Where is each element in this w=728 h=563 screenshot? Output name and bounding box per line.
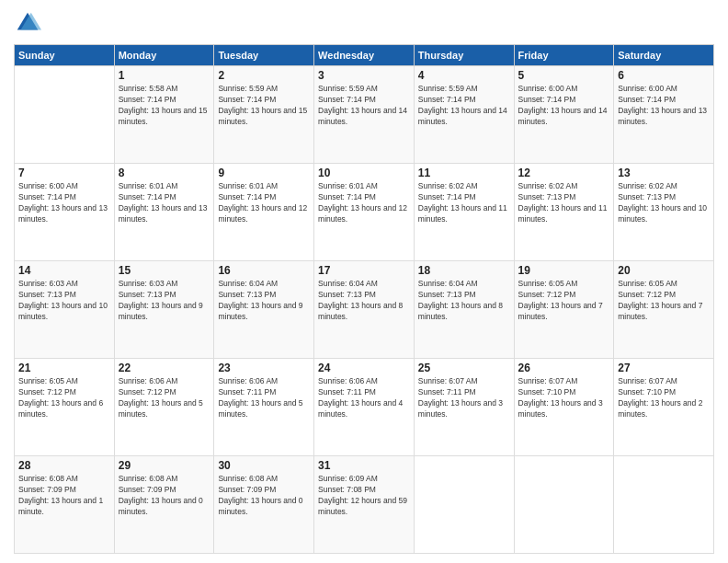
- cell-4-3: 31 Sunrise: 6:09 AMSunset: 7:08 PMDaylig…: [314, 456, 415, 554]
- cell-2-0: 14 Sunrise: 6:03 AMSunset: 7:13 PMDaylig…: [15, 261, 115, 359]
- day-info: Sunrise: 6:05 AMSunset: 7:12 PMDaylight:…: [618, 279, 710, 323]
- week-row-5: 28 Sunrise: 6:08 AMSunset: 7:09 PMDaylig…: [15, 456, 714, 554]
- cell-4-6: [614, 456, 714, 554]
- day-number: 27: [618, 362, 710, 374]
- cell-2-3: 17 Sunrise: 6:04 AMSunset: 7:13 PMDaylig…: [314, 261, 415, 359]
- cell-1-6: 13 Sunrise: 6:02 AMSunset: 7:13 PMDaylig…: [614, 164, 714, 261]
- day-number: 1: [119, 69, 210, 82]
- cell-4-1: 29 Sunrise: 6:08 AMSunset: 7:09 PMDaylig…: [114, 456, 214, 554]
- day-number: 3: [318, 69, 410, 82]
- cell-2-5: 19 Sunrise: 6:05 AMSunset: 7:12 PMDaylig…: [514, 261, 614, 359]
- day-info: Sunrise: 6:05 AMSunset: 7:12 PMDaylight:…: [518, 279, 610, 323]
- cell-0-4: 4 Sunrise: 5:59 AMSunset: 7:14 PMDayligh…: [414, 66, 514, 164]
- day-info: Sunrise: 6:06 AMSunset: 7:12 PMDaylight:…: [119, 376, 210, 420]
- day-number: 8: [119, 167, 210, 179]
- page: SundayMondayTuesdayWednesdayThursdayFrid…: [0, 0, 728, 563]
- day-number: 17: [318, 264, 410, 277]
- cell-2-1: 15 Sunrise: 6:03 AMSunset: 7:13 PMDaylig…: [114, 261, 214, 359]
- day-info: Sunrise: 6:06 AMSunset: 7:11 PMDaylight:…: [218, 376, 310, 420]
- day-info: Sunrise: 6:07 AMSunset: 7:11 PMDaylight:…: [418, 376, 510, 420]
- cell-3-2: 23 Sunrise: 6:06 AMSunset: 7:11 PMDaylig…: [214, 359, 314, 456]
- cell-4-4: [414, 456, 514, 554]
- cell-1-3: 10 Sunrise: 6:01 AMSunset: 7:14 PMDaylig…: [314, 164, 415, 261]
- day-info: Sunrise: 6:02 AMSunset: 7:13 PMDaylight:…: [518, 181, 610, 225]
- cell-3-6: 27 Sunrise: 6:07 AMSunset: 7:10 PMDaylig…: [614, 359, 714, 456]
- day-number: 23: [218, 362, 310, 374]
- day-info: Sunrise: 6:04 AMSunset: 7:13 PMDaylight:…: [418, 279, 510, 323]
- header-row: SundayMondayTuesdayWednesdayThursdayFrid…: [15, 45, 714, 66]
- day-info: Sunrise: 6:08 AMSunset: 7:09 PMDaylight:…: [119, 474, 210, 518]
- day-info: Sunrise: 6:05 AMSunset: 7:12 PMDaylight:…: [18, 376, 110, 420]
- day-number: 16: [218, 264, 310, 277]
- day-info: Sunrise: 6:01 AMSunset: 7:14 PMDaylight:…: [119, 181, 210, 225]
- header-tuesday: Tuesday: [214, 45, 314, 66]
- cell-3-0: 21 Sunrise: 6:05 AMSunset: 7:12 PMDaylig…: [15, 359, 115, 456]
- cell-1-2: 9 Sunrise: 6:01 AMSunset: 7:14 PMDayligh…: [214, 164, 314, 261]
- day-number: 22: [119, 362, 210, 374]
- cell-3-1: 22 Sunrise: 6:06 AMSunset: 7:12 PMDaylig…: [114, 359, 214, 456]
- day-number: 19: [518, 264, 610, 277]
- day-info: Sunrise: 6:01 AMSunset: 7:14 PMDaylight:…: [218, 181, 310, 225]
- header-wednesday: Wednesday: [314, 45, 415, 66]
- day-number: 14: [18, 264, 110, 277]
- day-info: Sunrise: 6:08 AMSunset: 7:09 PMDaylight:…: [218, 474, 310, 518]
- day-info: Sunrise: 6:09 AMSunset: 7:08 PMDaylight:…: [318, 474, 410, 518]
- cell-4-0: 28 Sunrise: 6:08 AMSunset: 7:09 PMDaylig…: [15, 456, 115, 554]
- day-info: Sunrise: 6:02 AMSunset: 7:13 PMDaylight:…: [618, 181, 710, 225]
- day-number: 12: [518, 167, 610, 179]
- day-info: Sunrise: 6:00 AMSunset: 7:14 PMDaylight:…: [18, 181, 110, 225]
- logo-icon: [14, 9, 41, 37]
- day-number: 5: [518, 69, 610, 82]
- day-number: 31: [318, 459, 410, 472]
- day-number: 13: [618, 167, 710, 179]
- day-number: 9: [218, 167, 310, 179]
- day-number: 11: [418, 167, 510, 179]
- calendar-table: SundayMondayTuesdayWednesdayThursdayFrid…: [14, 44, 714, 554]
- cell-2-6: 20 Sunrise: 6:05 AMSunset: 7:12 PMDaylig…: [614, 261, 714, 359]
- cell-0-2: 2 Sunrise: 5:59 AMSunset: 7:14 PMDayligh…: [214, 66, 314, 164]
- day-info: Sunrise: 6:08 AMSunset: 7:09 PMDaylight:…: [18, 474, 110, 518]
- cell-1-0: 7 Sunrise: 6:00 AMSunset: 7:14 PMDayligh…: [15, 164, 115, 261]
- week-row-3: 14 Sunrise: 6:03 AMSunset: 7:13 PMDaylig…: [15, 261, 714, 359]
- day-info: Sunrise: 6:00 AMSunset: 7:14 PMDaylight:…: [618, 84, 710, 128]
- day-number: 30: [218, 459, 310, 472]
- day-number: 25: [418, 362, 510, 374]
- day-number: 7: [18, 167, 110, 179]
- header-monday: Monday: [114, 45, 214, 66]
- cell-3-3: 24 Sunrise: 6:06 AMSunset: 7:11 PMDaylig…: [314, 359, 415, 456]
- day-number: 10: [318, 167, 410, 179]
- cell-0-6: 6 Sunrise: 6:00 AMSunset: 7:14 PMDayligh…: [614, 66, 714, 164]
- day-number: 15: [119, 264, 210, 277]
- header-thursday: Thursday: [414, 45, 514, 66]
- header-sunday: Sunday: [15, 45, 115, 66]
- cell-4-5: [514, 456, 614, 554]
- day-number: 26: [518, 362, 610, 374]
- day-info: Sunrise: 6:00 AMSunset: 7:14 PMDaylight:…: [518, 84, 610, 128]
- cell-1-1: 8 Sunrise: 6:01 AMSunset: 7:14 PMDayligh…: [114, 164, 214, 261]
- cell-4-2: 30 Sunrise: 6:08 AMSunset: 7:09 PMDaylig…: [214, 456, 314, 554]
- cell-0-0: [15, 66, 115, 164]
- day-info: Sunrise: 6:03 AMSunset: 7:13 PMDaylight:…: [119, 279, 210, 323]
- day-info: Sunrise: 6:07 AMSunset: 7:10 PMDaylight:…: [518, 376, 610, 420]
- cell-3-5: 26 Sunrise: 6:07 AMSunset: 7:10 PMDaylig…: [514, 359, 614, 456]
- cell-0-1: 1 Sunrise: 5:58 AMSunset: 7:14 PMDayligh…: [114, 66, 214, 164]
- header-friday: Friday: [514, 45, 614, 66]
- week-row-2: 7 Sunrise: 6:00 AMSunset: 7:14 PMDayligh…: [15, 164, 714, 261]
- logo: [14, 9, 45, 37]
- week-row-4: 21 Sunrise: 6:05 AMSunset: 7:12 PMDaylig…: [15, 359, 714, 456]
- cell-3-4: 25 Sunrise: 6:07 AMSunset: 7:11 PMDaylig…: [414, 359, 514, 456]
- day-number: 24: [318, 362, 410, 374]
- header: [14, 9, 714, 37]
- cell-2-4: 18 Sunrise: 6:04 AMSunset: 7:13 PMDaylig…: [414, 261, 514, 359]
- day-info: Sunrise: 6:03 AMSunset: 7:13 PMDaylight:…: [18, 279, 110, 323]
- day-info: Sunrise: 5:59 AMSunset: 7:14 PMDaylight:…: [318, 84, 410, 128]
- cell-1-5: 12 Sunrise: 6:02 AMSunset: 7:13 PMDaylig…: [514, 164, 614, 261]
- day-info: Sunrise: 6:04 AMSunset: 7:13 PMDaylight:…: [318, 279, 410, 323]
- cell-0-3: 3 Sunrise: 5:59 AMSunset: 7:14 PMDayligh…: [314, 66, 415, 164]
- day-info: Sunrise: 5:59 AMSunset: 7:14 PMDaylight:…: [218, 84, 310, 128]
- cell-1-4: 11 Sunrise: 6:02 AMSunset: 7:14 PMDaylig…: [414, 164, 514, 261]
- day-number: 28: [18, 459, 110, 472]
- day-info: Sunrise: 6:04 AMSunset: 7:13 PMDaylight:…: [218, 279, 310, 323]
- day-number: 21: [18, 362, 110, 374]
- day-number: 4: [418, 69, 510, 82]
